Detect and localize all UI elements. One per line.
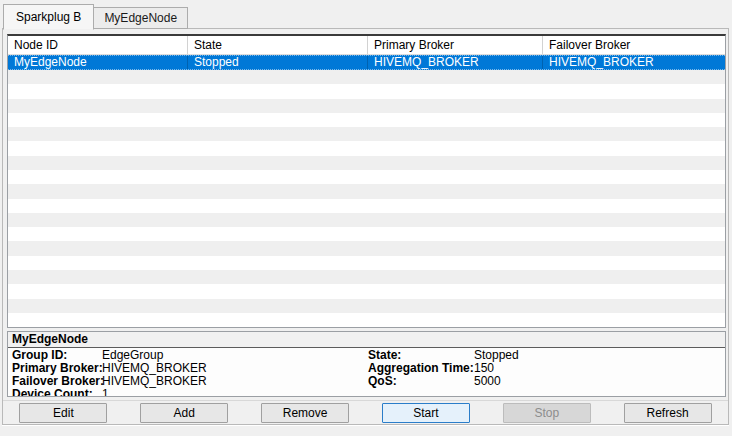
tab-myedgenode[interactable]: MyEdgeNode xyxy=(94,7,188,29)
field-label: Device Count: xyxy=(12,388,102,397)
field-label: QoS: xyxy=(368,375,474,387)
main-panel: Node ID State Primary Broker Failover Br… xyxy=(2,28,729,425)
detail-fields-right: State:StoppedAggregation Time:150QoS:500… xyxy=(368,349,718,388)
field-value: Stopped xyxy=(474,348,519,362)
field-label: Aggregation Time: xyxy=(368,362,474,374)
field-value: 1 xyxy=(102,387,109,397)
start-button[interactable]: Start xyxy=(382,403,470,423)
field-label: Primary Broker: xyxy=(12,362,102,374)
add-button[interactable]: Add xyxy=(140,403,228,423)
button-cell: Start xyxy=(365,401,486,424)
table-row xyxy=(8,227,725,241)
table-row xyxy=(8,299,725,313)
field-value: HIVEMQ_BROKER xyxy=(102,361,207,375)
stop-button: Stop xyxy=(503,403,591,423)
table-row xyxy=(8,199,725,213)
table-row xyxy=(8,84,725,98)
refresh-button[interactable]: Refresh xyxy=(624,403,712,423)
cell-primary-broker: HIVEMQ_BROKER xyxy=(367,56,542,69)
field-label: State: xyxy=(368,349,474,361)
detail-field: QoS:5000 xyxy=(368,375,718,388)
node-table: Node ID State Primary Broker Failover Br… xyxy=(7,34,726,328)
button-cell: Refresh xyxy=(607,401,728,424)
table-row xyxy=(8,70,725,84)
button-cell: Edit xyxy=(3,401,124,424)
detail-body: Group ID:EdgeGroupPrimary Broker:HIVEMQ_… xyxy=(8,348,725,397)
button-cell: Add xyxy=(124,401,245,424)
field-value: HIVEMQ_BROKER xyxy=(102,374,207,388)
field-label: Failover Broker: xyxy=(12,375,102,387)
table-row xyxy=(8,141,725,155)
tab-bar: Sparkplug B MyEdgeNode xyxy=(3,2,188,29)
detail-field: Device Count:1 xyxy=(12,388,362,397)
button-bar: EditAddRemoveStartStopRefresh xyxy=(3,400,728,424)
column-header-failover-broker[interactable]: Failover Broker xyxy=(542,36,725,54)
field-value: EdgeGroup xyxy=(102,348,163,362)
table-row xyxy=(8,170,725,184)
button-cell: Stop xyxy=(486,401,607,424)
detail-field: Aggregation Time:150 xyxy=(368,362,718,375)
table-row xyxy=(8,113,725,127)
table-row xyxy=(8,284,725,298)
cell-state: Stopped xyxy=(187,56,367,69)
node-detail-panel: MyEdgeNode Group ID:EdgeGroupPrimary Bro… xyxy=(7,331,726,397)
detail-title: MyEdgeNode xyxy=(8,332,725,348)
table-row xyxy=(8,184,725,198)
field-value: 150 xyxy=(474,361,494,375)
table-row xyxy=(8,313,725,327)
table-row xyxy=(8,213,725,227)
table-header-row: Node ID State Primary Broker Failover Br… xyxy=(8,36,725,55)
table-row-selected[interactable]: MyEdgeNode Stopped HIVEMQ_BROKER HIVEMQ_… xyxy=(8,55,725,70)
table-row xyxy=(8,270,725,284)
table-row xyxy=(8,127,725,141)
remove-button[interactable]: Remove xyxy=(261,403,349,423)
edit-button[interactable]: Edit xyxy=(19,403,107,423)
field-value: 5000 xyxy=(474,374,501,388)
tab-sparkplug-b[interactable]: Sparkplug B xyxy=(3,4,94,30)
table-body: MyEdgeNode Stopped HIVEMQ_BROKER HIVEMQ_… xyxy=(8,55,725,327)
button-cell: Remove xyxy=(245,401,366,424)
table-row xyxy=(8,241,725,255)
table-row xyxy=(8,99,725,113)
column-header-primary-broker[interactable]: Primary Broker xyxy=(367,36,542,54)
detail-fields-left: Group ID:EdgeGroupPrimary Broker:HIVEMQ_… xyxy=(12,349,362,397)
table-row xyxy=(8,256,725,270)
cell-node-id: MyEdgeNode xyxy=(8,56,187,69)
column-header-node-id[interactable]: Node ID xyxy=(8,36,187,54)
field-label: Group ID: xyxy=(12,349,102,361)
table-row xyxy=(8,156,725,170)
cell-failover-broker: HIVEMQ_BROKER xyxy=(542,56,725,69)
column-header-state[interactable]: State xyxy=(187,36,367,54)
